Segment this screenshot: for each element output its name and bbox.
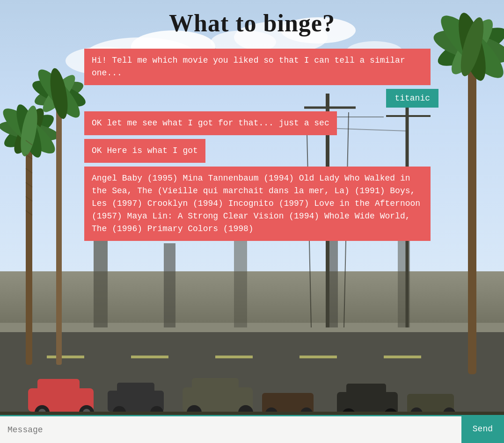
page-title: What to binge? (0, 0, 504, 44)
bot-message-2: OK let me see what I got for that... jus… (84, 111, 337, 135)
bot-message-4: Angel Baby (1995) Mina Tannenbaum (1994)… (84, 167, 431, 241)
chat-area: Hi! Tell me which movie you liked so tha… (0, 44, 504, 415)
message-input[interactable] (0, 415, 461, 443)
send-button[interactable]: Send (461, 415, 504, 443)
bot-message-3: OK Here is what I got (84, 139, 205, 163)
bot-message-1: Hi! Tell me which movie you liked so tha… (84, 49, 431, 85)
input-area: Send (0, 415, 504, 443)
user-message-1: titanic (386, 89, 438, 108)
